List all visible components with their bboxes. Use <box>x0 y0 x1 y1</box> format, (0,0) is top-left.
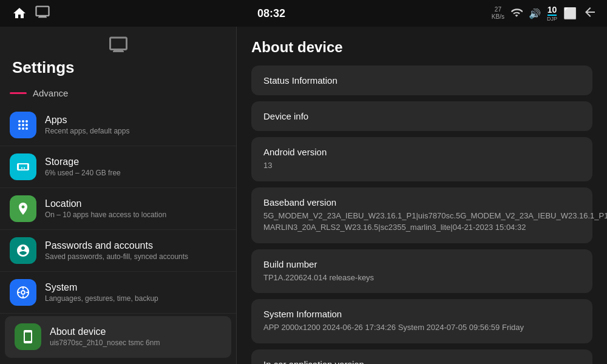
sidebar-item-about[interactable]: About device uis7870sc_2h10_nosec tsmc 6… <box>5 316 231 358</box>
card-system-information[interactable]: System Information APP 2000x1200 2024-06… <box>251 299 592 343</box>
sidebar-item-passwords[interactable]: Passwords and accounts Saved passwords, … <box>0 230 236 272</box>
card-incar-version[interactable]: In car application version View in car m… <box>251 349 592 365</box>
location-text: Location On – 10 apps have access to loc… <box>45 198 166 219</box>
about-text: About device uis7870sc_2h10_nosec tsmc 6… <box>50 326 160 347</box>
system-title: System <box>45 282 158 293</box>
svg-point-2 <box>25 120 28 123</box>
baseband-version-title: Baseband version <box>263 197 580 207</box>
card-android-version[interactable]: Android version 13 <box>251 137 592 181</box>
svg-point-3 <box>18 124 21 126</box>
screen-icon: ⬜ <box>563 7 577 20</box>
device-info-title: Device info <box>263 111 580 121</box>
main-layout: Settings Advance Apps Recent apps, defau… <box>0 27 607 364</box>
advance-label: Advance <box>33 88 68 98</box>
djp-badge: 10 DJP <box>547 5 557 22</box>
about-title: About device <box>50 326 160 337</box>
baseband-version-value: 5G_MODEM_V2_23A_IEBU_W23.16.1_P1|uis7870… <box>263 210 580 234</box>
back-button[interactable] <box>583 5 597 22</box>
passwords-text: Passwords and accounts Saved passwords, … <box>45 240 188 261</box>
apps-text: Apps Recent apps, default apps <box>45 115 129 135</box>
apps-subtitle: Recent apps, default apps <box>45 127 129 135</box>
location-subtitle: On – 10 apps have access to location <box>45 211 166 219</box>
svg-point-1 <box>22 120 24 123</box>
volume-icon: 🔊 <box>529 8 541 19</box>
advance-line-icon <box>10 92 27 94</box>
svg-point-7 <box>22 127 24 130</box>
incar-version-title: In car application version <box>263 359 580 365</box>
apps-icon <box>10 112 36 138</box>
status-bar: 08:32 27 KB/s 🔊 10 DJP ⬜ <box>0 0 607 27</box>
location-icon <box>10 195 36 222</box>
sidebar-item-apps[interactable]: Apps Recent apps, default apps <box>0 104 236 146</box>
about-icon <box>15 323 41 350</box>
home-button[interactable] <box>10 4 29 23</box>
storage-title: Storage <box>45 157 121 167</box>
svg-point-4 <box>22 124 24 126</box>
svg-point-0 <box>18 120 21 123</box>
svg-point-5 <box>25 124 28 126</box>
card-build-number[interactable]: Build number TP1A.220624.014 release-key… <box>251 249 592 294</box>
content-area: About device Status Information Device i… <box>237 27 607 364</box>
svg-point-8 <box>25 127 28 130</box>
system-info-title: System Information <box>263 309 580 319</box>
system-info-value: APP 2000x1200 2024-06-26 17:34:26 System… <box>263 322 580 334</box>
wifi-icon <box>510 7 523 21</box>
passwords-icon <box>10 237 36 264</box>
clock: 08:32 <box>257 7 285 20</box>
sidebar-item-system[interactable]: System Languages, gestures, time, backup <box>0 272 236 314</box>
status-bar-right: 27 KB/s 🔊 10 DJP ⬜ <box>492 5 597 22</box>
sidebar-header: Settings <box>0 27 236 82</box>
location-title: Location <box>45 198 166 209</box>
card-baseband-version[interactable]: Baseband version 5G_MODEM_V2_23A_IEBU_W2… <box>251 187 592 243</box>
android-version-title: Android version <box>263 147 580 157</box>
system-subtitle: Languages, gestures, time, backup <box>45 294 158 303</box>
system-icon <box>10 279 36 306</box>
status-bar-left <box>10 4 51 23</box>
sidebar-icon-row <box>12 34 224 56</box>
advance-item[interactable]: Advance <box>0 82 236 104</box>
content-title: About device <box>251 39 592 56</box>
status-info-title: Status Information <box>263 75 580 86</box>
system-text: System Languages, gestures, time, backup <box>45 282 158 303</box>
build-number-title: Build number <box>263 259 580 269</box>
passwords-title: Passwords and accounts <box>45 240 188 251</box>
monitor-icon <box>34 4 51 23</box>
card-status-info[interactable]: Status Information <box>251 66 592 95</box>
about-subtitle: uis7870sc_2h10_nosec tsmc 6nm <box>50 339 160 347</box>
sidebar: Settings Advance Apps Recent apps, defau… <box>0 27 237 364</box>
network-speed: 27 KB/s <box>492 6 504 21</box>
storage-text: Storage 6% used – 240 GB free <box>45 157 121 177</box>
storage-subtitle: 6% used – 240 GB free <box>45 169 121 177</box>
passwords-subtitle: Saved passwords, auto-fill, synced accou… <box>45 252 188 261</box>
card-device-info[interactable]: Device info <box>251 101 592 131</box>
storage-icon <box>10 153 36 180</box>
sidebar-item-location[interactable]: Location On – 10 apps have access to loc… <box>0 188 236 230</box>
sidebar-item-storage[interactable]: Storage 6% used – 240 GB free <box>0 146 236 188</box>
apps-title: Apps <box>45 115 129 126</box>
build-number-value: TP1A.220624.014 release-keys <box>263 272 580 284</box>
android-version-value: 13 <box>263 160 580 172</box>
svg-point-6 <box>18 127 21 130</box>
sidebar-title: Settings <box>12 58 75 77</box>
